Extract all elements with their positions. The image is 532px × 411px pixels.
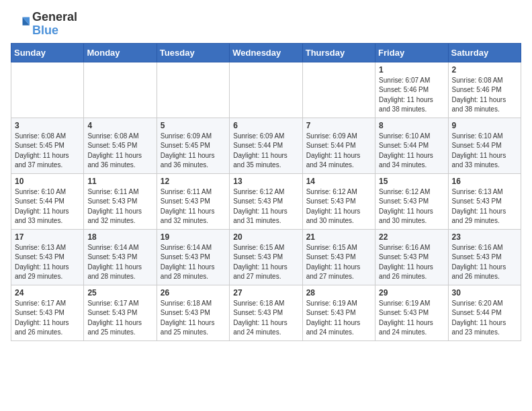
day-info: Sunrise: 6:17 AM Sunset: 5:43 PM Dayligh… <box>15 299 80 338</box>
calendar-cell: 25Sunrise: 6:17 AM Sunset: 5:43 PM Dayli… <box>84 285 157 340</box>
day-number: 19 <box>161 232 226 242</box>
day-number: 21 <box>306 232 371 242</box>
day-info: Sunrise: 6:08 AM Sunset: 5:45 PM Dayligh… <box>87 132 152 171</box>
week-row-3: 17Sunrise: 6:13 AM Sunset: 5:43 PM Dayli… <box>11 229 521 285</box>
day-info: Sunrise: 6:10 AM Sunset: 5:44 PM Dayligh… <box>452 132 517 171</box>
calendar-cell: 23Sunrise: 6:16 AM Sunset: 5:43 PM Dayli… <box>448 229 521 285</box>
calendar-cell <box>230 62 302 118</box>
day-info: Sunrise: 6:12 AM Sunset: 5:43 PM Dayligh… <box>306 187 371 226</box>
week-row-2: 10Sunrise: 6:10 AM Sunset: 5:44 PM Dayli… <box>11 173 521 229</box>
day-info: Sunrise: 6:11 AM Sunset: 5:43 PM Dayligh… <box>161 187 226 226</box>
day-info: Sunrise: 6:13 AM Sunset: 5:43 PM Dayligh… <box>452 187 517 226</box>
calendar-cell <box>157 62 229 118</box>
day-info: Sunrise: 6:15 AM Sunset: 5:43 PM Dayligh… <box>306 243 371 282</box>
logo-icon <box>11 15 30 34</box>
day-info: Sunrise: 6:15 AM Sunset: 5:43 PM Dayligh… <box>233 243 298 282</box>
calendar-cell: 30Sunrise: 6:20 AM Sunset: 5:44 PM Dayli… <box>448 285 521 340</box>
day-number: 28 <box>306 288 371 298</box>
weekday-friday: Friday <box>375 43 448 62</box>
calendar-cell: 22Sunrise: 6:16 AM Sunset: 5:43 PM Dayli… <box>375 229 448 285</box>
calendar-cell: 16Sunrise: 6:13 AM Sunset: 5:43 PM Dayli… <box>448 173 521 229</box>
calendar-cell: 27Sunrise: 6:18 AM Sunset: 5:43 PM Dayli… <box>230 285 302 340</box>
day-info: Sunrise: 6:18 AM Sunset: 5:43 PM Dayligh… <box>233 299 298 338</box>
day-number: 1 <box>379 65 444 75</box>
day-number: 2 <box>452 65 517 75</box>
weekday-thursday: Thursday <box>302 43 375 62</box>
day-number: 9 <box>452 121 517 130</box>
day-number: 27 <box>233 288 298 298</box>
day-info: Sunrise: 6:18 AM Sunset: 5:43 PM Dayligh… <box>161 299 226 338</box>
calendar-cell: 8Sunrise: 6:10 AM Sunset: 5:44 PM Daylig… <box>375 118 448 173</box>
day-info: Sunrise: 6:11 AM Sunset: 5:43 PM Dayligh… <box>87 187 152 226</box>
day-number: 4 <box>87 121 152 130</box>
day-info: Sunrise: 6:20 AM Sunset: 5:44 PM Dayligh… <box>452 299 517 338</box>
day-info: Sunrise: 6:14 AM Sunset: 5:43 PM Dayligh… <box>161 243 226 282</box>
calendar-table: SundayMondayTuesdayWednesdayThursdayFrid… <box>11 43 521 341</box>
day-info: Sunrise: 6:12 AM Sunset: 5:43 PM Dayligh… <box>379 187 444 226</box>
weekday-saturday: Saturday <box>448 43 521 62</box>
calendar-cell: 7Sunrise: 6:09 AM Sunset: 5:44 PM Daylig… <box>302 118 375 173</box>
logo: General Blue <box>11 11 77 38</box>
calendar-cell: 4Sunrise: 6:08 AM Sunset: 5:45 PM Daylig… <box>84 118 157 173</box>
calendar-cell: 9Sunrise: 6:10 AM Sunset: 5:44 PM Daylig… <box>448 118 521 173</box>
day-number: 7 <box>306 121 371 130</box>
calendar-cell: 3Sunrise: 6:08 AM Sunset: 5:45 PM Daylig… <box>11 118 84 173</box>
day-number: 16 <box>452 177 517 186</box>
day-number: 29 <box>379 288 444 298</box>
calendar-cell: 17Sunrise: 6:13 AM Sunset: 5:43 PM Dayli… <box>11 229 84 285</box>
calendar-cell: 6Sunrise: 6:09 AM Sunset: 5:44 PM Daylig… <box>230 118 302 173</box>
week-row-1: 3Sunrise: 6:08 AM Sunset: 5:45 PM Daylig… <box>11 118 521 173</box>
day-info: Sunrise: 6:13 AM Sunset: 5:43 PM Dayligh… <box>15 243 80 282</box>
day-number: 24 <box>15 288 80 298</box>
weekday-sunday: Sunday <box>11 43 84 62</box>
calendar-cell: 10Sunrise: 6:10 AM Sunset: 5:44 PM Dayli… <box>11 173 84 229</box>
weekday-wednesday: Wednesday <box>230 43 302 62</box>
day-info: Sunrise: 6:07 AM Sunset: 5:46 PM Dayligh… <box>379 76 444 115</box>
calendar-cell: 29Sunrise: 6:19 AM Sunset: 5:43 PM Dayli… <box>375 285 448 340</box>
calendar-cell: 18Sunrise: 6:14 AM Sunset: 5:43 PM Dayli… <box>84 229 157 285</box>
calendar-cell: 1Sunrise: 6:07 AM Sunset: 5:46 PM Daylig… <box>375 62 448 118</box>
day-info: Sunrise: 6:09 AM Sunset: 5:45 PM Dayligh… <box>161 132 226 171</box>
day-number: 8 <box>379 121 444 130</box>
day-number: 25 <box>87 288 152 298</box>
calendar-cell: 26Sunrise: 6:18 AM Sunset: 5:43 PM Dayli… <box>157 285 229 340</box>
day-info: Sunrise: 6:17 AM Sunset: 5:43 PM Dayligh… <box>87 299 152 338</box>
day-number: 12 <box>161 177 226 186</box>
day-number: 18 <box>87 232 152 242</box>
calendar-cell: 20Sunrise: 6:15 AM Sunset: 5:43 PM Dayli… <box>230 229 302 285</box>
weekday-monday: Monday <box>84 43 157 62</box>
day-number: 13 <box>233 177 298 186</box>
day-info: Sunrise: 6:12 AM Sunset: 5:43 PM Dayligh… <box>233 187 298 226</box>
day-info: Sunrise: 6:16 AM Sunset: 5:43 PM Dayligh… <box>452 243 517 282</box>
week-row-0: 1Sunrise: 6:07 AM Sunset: 5:46 PM Daylig… <box>11 62 521 118</box>
week-row-4: 24Sunrise: 6:17 AM Sunset: 5:43 PM Dayli… <box>11 285 521 340</box>
day-info: Sunrise: 6:09 AM Sunset: 5:44 PM Dayligh… <box>306 132 371 171</box>
calendar-cell: 14Sunrise: 6:12 AM Sunset: 5:43 PM Dayli… <box>302 173 375 229</box>
day-info: Sunrise: 6:08 AM Sunset: 5:45 PM Dayligh… <box>15 132 80 171</box>
calendar-cell: 11Sunrise: 6:11 AM Sunset: 5:43 PM Dayli… <box>84 173 157 229</box>
calendar-body: 1Sunrise: 6:07 AM Sunset: 5:46 PM Daylig… <box>11 62 521 340</box>
page-header: General Blue <box>11 11 521 38</box>
day-info: Sunrise: 6:16 AM Sunset: 5:43 PM Dayligh… <box>379 243 444 282</box>
day-number: 17 <box>15 232 80 242</box>
day-number: 6 <box>233 121 298 130</box>
calendar-cell <box>84 62 157 118</box>
weekday-header-row: SundayMondayTuesdayWednesdayThursdayFrid… <box>11 43 521 62</box>
logo-text: General Blue <box>32 11 77 38</box>
day-number: 30 <box>452 288 517 298</box>
day-number: 10 <box>15 177 80 186</box>
day-number: 11 <box>87 177 152 186</box>
day-info: Sunrise: 6:08 AM Sunset: 5:46 PM Dayligh… <box>452 76 517 115</box>
calendar-cell: 24Sunrise: 6:17 AM Sunset: 5:43 PM Dayli… <box>11 285 84 340</box>
calendar-cell: 15Sunrise: 6:12 AM Sunset: 5:43 PM Dayli… <box>375 173 448 229</box>
day-info: Sunrise: 6:09 AM Sunset: 5:44 PM Dayligh… <box>233 132 298 171</box>
day-info: Sunrise: 6:19 AM Sunset: 5:43 PM Dayligh… <box>379 299 444 338</box>
day-number: 15 <box>379 177 444 186</box>
day-number: 3 <box>15 121 80 130</box>
day-number: 14 <box>306 177 371 186</box>
calendar-cell: 13Sunrise: 6:12 AM Sunset: 5:43 PM Dayli… <box>230 173 302 229</box>
day-info: Sunrise: 6:10 AM Sunset: 5:44 PM Dayligh… <box>379 132 444 171</box>
calendar-cell: 28Sunrise: 6:19 AM Sunset: 5:43 PM Dayli… <box>302 285 375 340</box>
day-number: 22 <box>379 232 444 242</box>
day-number: 26 <box>161 288 226 298</box>
